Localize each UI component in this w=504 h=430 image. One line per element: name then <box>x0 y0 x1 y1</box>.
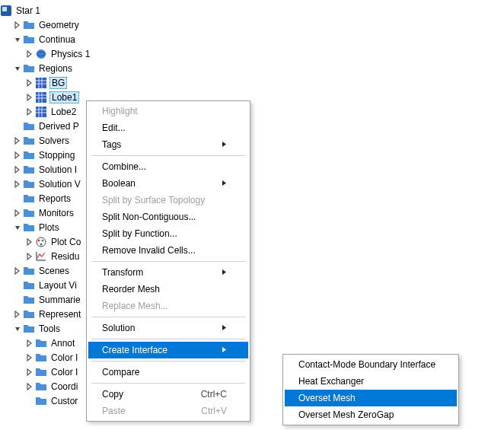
menu-item-label: Reorder Mesh <box>102 284 160 295</box>
arrow-collapsed-icon[interactable] <box>12 208 23 218</box>
arrow-collapsed-icon[interactable] <box>12 20 23 30</box>
arrow-collapsed-icon[interactable] <box>24 107 35 117</box>
tree-label-selected: Lobe1 <box>49 91 79 104</box>
tree-item-physics[interactable]: Physics 1 <box>0 46 504 61</box>
tree-item-regions[interactable]: Regions <box>0 61 504 75</box>
arrow-collapsed-icon[interactable] <box>12 266 23 276</box>
folder-icon <box>23 120 35 132</box>
menu-item-label: Split Non-Contiguous... <box>102 212 196 222</box>
arrow-collapsed-icon[interactable] <box>24 367 35 377</box>
tree-item-represent[interactable]: Represent <box>0 307 504 321</box>
arrow-collapsed-icon[interactable] <box>12 164 23 175</box>
tree-item-lobe1[interactable]: Lobe1 <box>0 90 504 104</box>
tree-item-layoutvi[interactable]: Layout Vi <box>0 278 504 292</box>
arrow-collapsed-icon[interactable] <box>24 92 35 103</box>
arrow-collapsed-icon[interactable] <box>12 135 23 146</box>
folder-icon <box>35 337 47 349</box>
tree-item-solution1[interactable]: Solution I <box>0 162 504 177</box>
tree-label: Solution I <box>37 164 78 176</box>
tree-item-bg[interactable]: BG <box>0 75 504 90</box>
submenu-oversetmesh[interactable]: Overset Mesh <box>285 390 457 406</box>
menu-compare[interactable]: Compare <box>88 364 248 381</box>
tree-label: Continua <box>37 33 77 46</box>
menu-shortcut-label: Ctrl+V <box>201 406 227 416</box>
menu-edit[interactable]: Edit... <box>88 119 248 136</box>
svg-point-9 <box>42 239 44 241</box>
folder-icon <box>23 207 35 219</box>
menu-transform[interactable]: Transform <box>88 264 248 281</box>
tree-label: Plot Co <box>49 236 82 248</box>
menu-splitsurface: Split by Surface Topology <box>88 192 248 209</box>
arrow-expanded-icon[interactable] <box>12 63 23 74</box>
menu-splitnoncontig[interactable]: Split Non-Contiguous... <box>88 209 248 225</box>
menu-combine[interactable]: Combine... <box>88 158 248 175</box>
menu-solution[interactable]: Solution <box>88 320 248 336</box>
tree-item-lobe2[interactable]: Lobe2 <box>0 104 504 119</box>
menu-splitfunction[interactable]: Split by Function... <box>88 225 248 242</box>
menu-separator <box>91 317 245 317</box>
tree-label: Solution V <box>37 178 82 190</box>
folder-icon <box>23 149 35 161</box>
mesh-icon <box>35 77 47 89</box>
folder-icon <box>23 19 35 31</box>
menu-copy[interactable]: CopyCtrl+C <box>88 386 248 403</box>
tree-item-tools[interactable]: Tools <box>0 321 504 336</box>
folder-icon <box>35 366 47 378</box>
arrow-collapsed-icon[interactable] <box>24 251 35 262</box>
arrow-none <box>12 193 23 204</box>
arrow-collapsed-icon[interactable] <box>12 309 23 320</box>
tree-label: Stopping <box>37 149 76 161</box>
menu-item-label: Split by Function... <box>102 228 177 239</box>
menu-createinterface[interactable]: Create Interface <box>88 342 248 358</box>
folder-icon <box>35 381 47 393</box>
arrow-collapsed-icon[interactable] <box>24 381 35 392</box>
folder-icon <box>23 164 35 176</box>
tree-label-selected: BG <box>49 77 67 89</box>
tree-root[interactable]: Star 1 <box>0 3 504 18</box>
tree-item-geometry[interactable]: Geometry <box>0 18 504 32</box>
arrow-expanded-icon[interactable] <box>12 34 23 45</box>
submenu-heatexchanger[interactable]: Heat Exchanger <box>285 373 457 390</box>
tree-item-scenes[interactable]: Scenes <box>0 263 504 278</box>
tree-label: Represent <box>37 308 82 320</box>
menu-separator <box>91 361 245 362</box>
svg-point-10 <box>40 243 43 245</box>
tree-item-derived[interactable]: Derived P <box>0 119 504 133</box>
tree-label: Residu <box>49 250 81 263</box>
menu-boolean[interactable]: Boolean <box>88 175 248 192</box>
tree-item-continua[interactable]: Continua <box>0 32 504 46</box>
arrow-expanded-icon[interactable] <box>12 323 23 334</box>
tree-item-solvers[interactable]: Solvers <box>0 133 504 148</box>
tree-label: Regions <box>37 62 74 75</box>
arrow-none <box>12 295 23 305</box>
folder-icon <box>23 135 35 147</box>
arrow-collapsed-icon[interactable] <box>24 338 35 349</box>
arrow-collapsed-icon[interactable] <box>12 179 23 190</box>
tree-item-stopping[interactable]: Stopping <box>0 148 504 162</box>
tree-item-plotco[interactable]: Plot Co <box>0 234 504 249</box>
tree-item-solution2[interactable]: Solution V <box>0 177 504 191</box>
arrow-collapsed-icon[interactable] <box>24 352 35 363</box>
tree-item-plots[interactable]: Plots <box>0 220 504 234</box>
folder-icon <box>23 33 35 46</box>
chevron-right-icon <box>222 267 227 278</box>
arrow-expanded-icon[interactable] <box>12 222 23 233</box>
arrow-collapsed-icon[interactable] <box>24 237 35 247</box>
tree-item-monitors[interactable]: Monitors <box>0 205 504 220</box>
menu-tags[interactable]: Tags <box>88 136 248 153</box>
submenu-contactmode[interactable]: Contact-Mode Boundary Interface <box>285 356 457 373</box>
tree-item-summaries[interactable]: Summarie <box>0 292 504 307</box>
tree-item-residu[interactable]: Residu <box>0 249 504 263</box>
context-menu[interactable]: Highlight Edit... Tags Combine... Boolea… <box>86 100 250 422</box>
arrow-collapsed-icon[interactable] <box>24 49 35 59</box>
folder-icon <box>23 221 35 234</box>
menu-reordermesh[interactable]: Reorder Mesh <box>88 281 248 298</box>
tree-item-reports[interactable]: Reports <box>0 191 504 205</box>
tree-label: Monitors <box>37 207 75 219</box>
arrow-collapsed-icon[interactable] <box>24 78 35 88</box>
submenu-oversetgap[interactable]: Overset Mesh ZeroGap <box>285 406 457 423</box>
context-submenu-create-interface[interactable]: Contact-Mode Boundary Interface Heat Exc… <box>282 354 459 425</box>
menu-removeinvalid[interactable]: Remove Invalid Cells... <box>88 242 248 259</box>
tree-item-annot[interactable]: Annot <box>0 336 504 350</box>
arrow-collapsed-icon[interactable] <box>12 150 23 161</box>
